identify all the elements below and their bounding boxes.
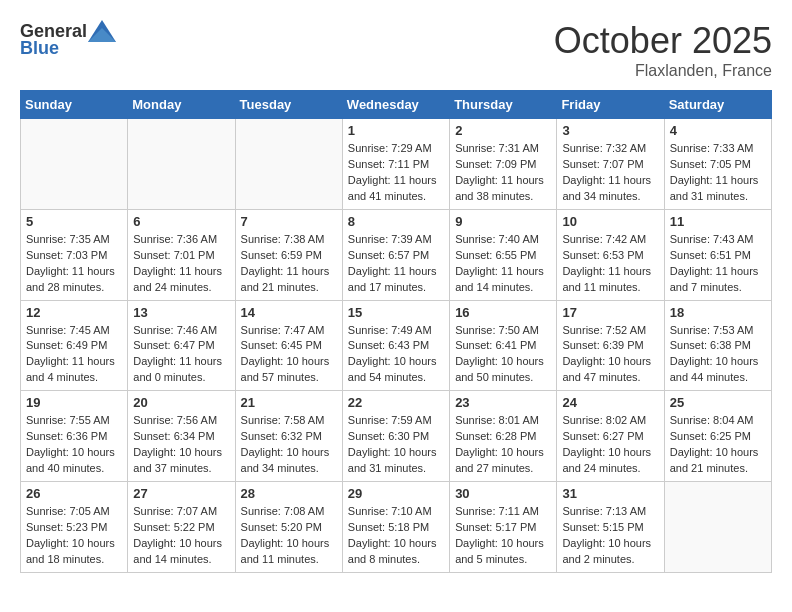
weekday-header-tuesday: Tuesday [235, 91, 342, 119]
weekday-header-thursday: Thursday [450, 91, 557, 119]
weekday-header-wednesday: Wednesday [342, 91, 449, 119]
day-number: 10 [562, 214, 658, 229]
calendar-cell [21, 119, 128, 210]
day-info: Sunrise: 7:36 AMSunset: 7:01 PMDaylight:… [133, 232, 229, 296]
day-info: Sunrise: 7:45 AMSunset: 6:49 PMDaylight:… [26, 323, 122, 387]
calendar-header-row: SundayMondayTuesdayWednesdayThursdayFrid… [21, 91, 772, 119]
weekday-header-saturday: Saturday [664, 91, 771, 119]
day-number: 3 [562, 123, 658, 138]
day-number: 27 [133, 486, 229, 501]
logo-blue: Blue [20, 38, 59, 59]
day-number: 26 [26, 486, 122, 501]
day-number: 31 [562, 486, 658, 501]
day-number: 22 [348, 395, 444, 410]
calendar-cell: 21Sunrise: 7:58 AMSunset: 6:32 PMDayligh… [235, 391, 342, 482]
calendar-cell: 29Sunrise: 7:10 AMSunset: 5:18 PMDayligh… [342, 482, 449, 573]
day-number: 23 [455, 395, 551, 410]
calendar-cell: 20Sunrise: 7:56 AMSunset: 6:34 PMDayligh… [128, 391, 235, 482]
day-number: 8 [348, 214, 444, 229]
day-info: Sunrise: 7:08 AMSunset: 5:20 PMDaylight:… [241, 504, 337, 568]
month-title: October 2025 [554, 20, 772, 62]
day-number: 15 [348, 305, 444, 320]
day-info: Sunrise: 7:29 AMSunset: 7:11 PMDaylight:… [348, 141, 444, 205]
day-number: 12 [26, 305, 122, 320]
calendar-cell: 17Sunrise: 7:52 AMSunset: 6:39 PMDayligh… [557, 300, 664, 391]
calendar-cell: 26Sunrise: 7:05 AMSunset: 5:23 PMDayligh… [21, 482, 128, 573]
day-number: 21 [241, 395, 337, 410]
day-number: 19 [26, 395, 122, 410]
calendar-cell: 24Sunrise: 8:02 AMSunset: 6:27 PMDayligh… [557, 391, 664, 482]
day-info: Sunrise: 7:13 AMSunset: 5:15 PMDaylight:… [562, 504, 658, 568]
day-info: Sunrise: 7:43 AMSunset: 6:51 PMDaylight:… [670, 232, 766, 296]
calendar-cell: 28Sunrise: 7:08 AMSunset: 5:20 PMDayligh… [235, 482, 342, 573]
calendar-cell: 10Sunrise: 7:42 AMSunset: 6:53 PMDayligh… [557, 209, 664, 300]
day-info: Sunrise: 7:11 AMSunset: 5:17 PMDaylight:… [455, 504, 551, 568]
day-info: Sunrise: 7:49 AMSunset: 6:43 PMDaylight:… [348, 323, 444, 387]
day-number: 18 [670, 305, 766, 320]
day-info: Sunrise: 7:52 AMSunset: 6:39 PMDaylight:… [562, 323, 658, 387]
day-number: 17 [562, 305, 658, 320]
day-info: Sunrise: 7:33 AMSunset: 7:05 PMDaylight:… [670, 141, 766, 205]
day-info: Sunrise: 7:58 AMSunset: 6:32 PMDaylight:… [241, 413, 337, 477]
calendar-cell: 23Sunrise: 8:01 AMSunset: 6:28 PMDayligh… [450, 391, 557, 482]
title-block: October 2025 Flaxlanden, France [554, 20, 772, 80]
day-info: Sunrise: 7:10 AMSunset: 5:18 PMDaylight:… [348, 504, 444, 568]
calendar-cell [664, 482, 771, 573]
calendar-cell: 9Sunrise: 7:40 AMSunset: 6:55 PMDaylight… [450, 209, 557, 300]
location: Flaxlanden, France [554, 62, 772, 80]
weekday-header-monday: Monday [128, 91, 235, 119]
page-header: General Blue October 2025 Flaxlanden, Fr… [20, 20, 772, 80]
calendar-cell: 6Sunrise: 7:36 AMSunset: 7:01 PMDaylight… [128, 209, 235, 300]
calendar-cell [235, 119, 342, 210]
day-number: 2 [455, 123, 551, 138]
day-number: 28 [241, 486, 337, 501]
calendar-cell: 18Sunrise: 7:53 AMSunset: 6:38 PMDayligh… [664, 300, 771, 391]
calendar-cell: 16Sunrise: 7:50 AMSunset: 6:41 PMDayligh… [450, 300, 557, 391]
day-info: Sunrise: 8:04 AMSunset: 6:25 PMDaylight:… [670, 413, 766, 477]
day-number: 7 [241, 214, 337, 229]
day-info: Sunrise: 7:46 AMSunset: 6:47 PMDaylight:… [133, 323, 229, 387]
calendar-cell: 8Sunrise: 7:39 AMSunset: 6:57 PMDaylight… [342, 209, 449, 300]
day-info: Sunrise: 7:56 AMSunset: 6:34 PMDaylight:… [133, 413, 229, 477]
day-info: Sunrise: 7:35 AMSunset: 7:03 PMDaylight:… [26, 232, 122, 296]
week-row-1: 1Sunrise: 7:29 AMSunset: 7:11 PMDaylight… [21, 119, 772, 210]
calendar-cell: 7Sunrise: 7:38 AMSunset: 6:59 PMDaylight… [235, 209, 342, 300]
day-number: 5 [26, 214, 122, 229]
day-info: Sunrise: 7:47 AMSunset: 6:45 PMDaylight:… [241, 323, 337, 387]
day-info: Sunrise: 7:59 AMSunset: 6:30 PMDaylight:… [348, 413, 444, 477]
day-number: 6 [133, 214, 229, 229]
day-info: Sunrise: 7:55 AMSunset: 6:36 PMDaylight:… [26, 413, 122, 477]
calendar-cell: 11Sunrise: 7:43 AMSunset: 6:51 PMDayligh… [664, 209, 771, 300]
calendar-cell: 31Sunrise: 7:13 AMSunset: 5:15 PMDayligh… [557, 482, 664, 573]
day-number: 14 [241, 305, 337, 320]
day-info: Sunrise: 7:07 AMSunset: 5:22 PMDaylight:… [133, 504, 229, 568]
calendar-cell: 14Sunrise: 7:47 AMSunset: 6:45 PMDayligh… [235, 300, 342, 391]
calendar-cell: 25Sunrise: 8:04 AMSunset: 6:25 PMDayligh… [664, 391, 771, 482]
calendar-cell [128, 119, 235, 210]
week-row-3: 12Sunrise: 7:45 AMSunset: 6:49 PMDayligh… [21, 300, 772, 391]
day-number: 25 [670, 395, 766, 410]
svg-marker-1 [88, 28, 116, 42]
day-info: Sunrise: 7:39 AMSunset: 6:57 PMDaylight:… [348, 232, 444, 296]
calendar-cell: 15Sunrise: 7:49 AMSunset: 6:43 PMDayligh… [342, 300, 449, 391]
calendar-cell: 22Sunrise: 7:59 AMSunset: 6:30 PMDayligh… [342, 391, 449, 482]
day-info: Sunrise: 8:02 AMSunset: 6:27 PMDaylight:… [562, 413, 658, 477]
day-number: 20 [133, 395, 229, 410]
day-number: 11 [670, 214, 766, 229]
weekday-header-sunday: Sunday [21, 91, 128, 119]
day-number: 13 [133, 305, 229, 320]
calendar-table: SundayMondayTuesdayWednesdayThursdayFrid… [20, 90, 772, 573]
day-number: 16 [455, 305, 551, 320]
calendar-cell: 2Sunrise: 7:31 AMSunset: 7:09 PMDaylight… [450, 119, 557, 210]
calendar-cell: 1Sunrise: 7:29 AMSunset: 7:11 PMDaylight… [342, 119, 449, 210]
day-info: Sunrise: 7:32 AMSunset: 7:07 PMDaylight:… [562, 141, 658, 205]
weekday-header-friday: Friday [557, 91, 664, 119]
day-info: Sunrise: 8:01 AMSunset: 6:28 PMDaylight:… [455, 413, 551, 477]
week-row-5: 26Sunrise: 7:05 AMSunset: 5:23 PMDayligh… [21, 482, 772, 573]
calendar-cell: 3Sunrise: 7:32 AMSunset: 7:07 PMDaylight… [557, 119, 664, 210]
day-info: Sunrise: 7:31 AMSunset: 7:09 PMDaylight:… [455, 141, 551, 205]
week-row-2: 5Sunrise: 7:35 AMSunset: 7:03 PMDaylight… [21, 209, 772, 300]
day-number: 9 [455, 214, 551, 229]
calendar-cell: 30Sunrise: 7:11 AMSunset: 5:17 PMDayligh… [450, 482, 557, 573]
day-info: Sunrise: 7:42 AMSunset: 6:53 PMDaylight:… [562, 232, 658, 296]
